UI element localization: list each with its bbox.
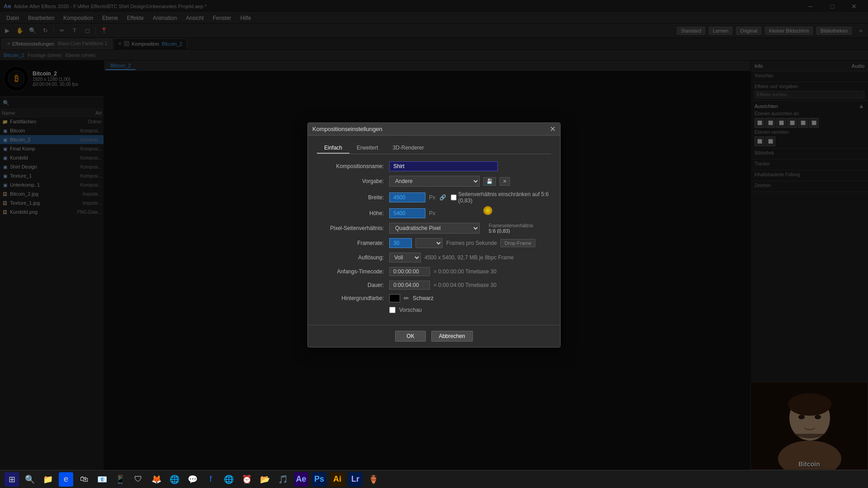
taskbar-shield[interactable]: 🛡 bbox=[131, 472, 146, 487]
taskbar-ai[interactable]: Ai bbox=[330, 472, 344, 487]
bg-color-value: ✏ Schwarz bbox=[389, 294, 551, 302]
start-tc-row: Anfangs-Timecode: = 0:00:00:00 Timebase … bbox=[317, 267, 551, 276]
framerate-label: Framerate: bbox=[317, 240, 389, 246]
frame-ratio-label: Frameseitenverhältnis bbox=[489, 223, 533, 228]
lock-ratio-checkbox[interactable] bbox=[451, 194, 457, 201]
preview-checkbox[interactable] bbox=[389, 307, 396, 313]
taskbar-audio[interactable]: 🎵 bbox=[276, 472, 290, 487]
width-value: Px 🔗 Seitenverhältnis einschränken auf 5… bbox=[389, 191, 551, 204]
preview-checkbox-value: Vorschau bbox=[389, 307, 551, 313]
taskbar: ⊞ 🔍 📁 e 🛍 📧 📱 🛡 🦊 🌐 💬 f 🌐 ⏰ 📂 🎵 Ae Ps Ai… bbox=[0, 470, 868, 488]
pixel-ratio-select[interactable]: Quadratische Pixel bbox=[389, 223, 480, 234]
modal-tab-einfach[interactable]: Einfach bbox=[317, 143, 349, 154]
bg-color-label: Hintergrundfarbe: bbox=[317, 295, 389, 301]
resolution-label: Auflösung: bbox=[317, 254, 389, 261]
frame-ratio-value: 5:6 (0,83) bbox=[489, 228, 533, 234]
modal-overlay: Kompositionseinstellungen ✕ Einfach Erwe… bbox=[0, 0, 868, 470]
pixel-ratio-value: Quadratische Pixel Frameseitenverhältnis… bbox=[389, 223, 551, 234]
start-tc-value: = 0:00:00:00 Timebase 30 bbox=[389, 267, 551, 276]
fps-select[interactable] bbox=[415, 238, 443, 248]
taskbar-files[interactable]: 📁 bbox=[41, 472, 55, 487]
start-tc-label: Anfangs-Timecode: bbox=[317, 268, 389, 275]
preset-save-btn[interactable]: 💾 bbox=[483, 177, 496, 186]
framerate-input[interactable] bbox=[389, 238, 412, 248]
duration-eq: = 0:00:04:00 Timebase 30 bbox=[434, 282, 496, 288]
taskbar-wine[interactable]: 🏺 bbox=[366, 472, 381, 487]
height-input[interactable] bbox=[389, 208, 425, 218]
taskbar-ps[interactable]: Ps bbox=[312, 472, 326, 487]
pixel-ratio-row: Pixel-Seitenverhältnis: Quadratische Pix… bbox=[317, 223, 551, 234]
modal-tab-erweitert[interactable]: Erweitert bbox=[349, 143, 385, 154]
start-tc-input[interactable] bbox=[389, 267, 430, 276]
pixel-ratio-label: Pixel-Seitenverhältnis: bbox=[317, 225, 389, 231]
bg-color-name: Schwarz bbox=[413, 295, 434, 301]
duration-value: = 0:00:04:00 Timebase 30 bbox=[389, 281, 551, 290]
width-label: Breite: bbox=[317, 194, 389, 201]
fps-label: Frames pro Sekunde bbox=[446, 240, 497, 246]
taskbar-clock[interactable]: ⏰ bbox=[240, 472, 254, 487]
taskbar-messenger[interactable]: 💬 bbox=[185, 472, 200, 487]
lock-ratio-label: Seitenverhältnis einschränken auf 5:6 (0… bbox=[451, 191, 551, 204]
taskbar-facebook[interactable]: f bbox=[203, 472, 218, 487]
comp-name-row: Kompositionsname: bbox=[317, 161, 551, 171]
framerate-row: Framerate: Frames pro Sekunde Drop-Frame bbox=[317, 238, 551, 248]
taskbar-store[interactable]: 🛍 bbox=[77, 472, 91, 487]
taskbar-folder2[interactable]: 📂 bbox=[258, 472, 272, 487]
width-row: Breite: Px 🔗 Seitenverhältnis einschränk… bbox=[317, 191, 551, 204]
duration-label: Dauer: bbox=[317, 282, 389, 288]
eyedropper-icon[interactable]: ✏ bbox=[404, 295, 409, 302]
taskbar-whatsapp[interactable]: 📱 bbox=[113, 472, 127, 487]
modal-tab-3d[interactable]: 3D-Renderer bbox=[385, 143, 431, 154]
resolution-value: Voll 4500 x 5400, 92,7 MB je 8bpc Frame bbox=[389, 253, 551, 263]
height-value: Px bbox=[389, 208, 551, 218]
cursor-dot bbox=[483, 206, 492, 215]
frame-ratio-group: Frameseitenverhältnis 5:6 (0,83) bbox=[489, 223, 533, 234]
modal-body: Einfach Erweitert 3D-Renderer Kompositio… bbox=[308, 136, 560, 325]
ratio-lock-icon: 🔗 bbox=[439, 193, 447, 202]
framerate-value: Frames pro Sekunde Drop-Frame bbox=[389, 238, 551, 248]
modal-title: Kompositionseinstellungen bbox=[312, 126, 382, 132]
preset-delete-btn[interactable]: ✕ bbox=[500, 177, 510, 186]
preset-select[interactable]: Andere bbox=[389, 176, 480, 187]
comp-name-value bbox=[389, 161, 551, 171]
modal-header: Kompositionseinstellungen ✕ bbox=[308, 123, 560, 136]
height-unit: Px bbox=[429, 210, 435, 216]
duration-input[interactable] bbox=[389, 281, 430, 290]
duration-row: Dauer: = 0:00:04:00 Timebase 30 bbox=[317, 281, 551, 290]
resolution-select[interactable]: Voll bbox=[389, 253, 421, 263]
taskbar-lr[interactable]: Lr bbox=[348, 472, 363, 487]
resolution-row: Auflösung: Voll 4500 x 5400, 92,7 MB je … bbox=[317, 253, 551, 263]
taskbar-globe[interactable]: 🌐 bbox=[167, 472, 182, 487]
cancel-button[interactable]: Abbrechen bbox=[431, 331, 473, 342]
drop-frame-btn[interactable]: Drop-Frame bbox=[500, 239, 535, 247]
taskbar-start[interactable]: ⊞ bbox=[5, 472, 19, 487]
width-input[interactable] bbox=[389, 192, 425, 202]
width-unit: Px bbox=[429, 194, 435, 201]
bg-color-row: Hintergrundfarbe: ✏ Schwarz bbox=[317, 294, 551, 302]
height-row: Höhe: Px bbox=[317, 208, 551, 218]
preset-value: Andere 💾 ✕ bbox=[389, 176, 551, 187]
lock-ratio-text: Seitenverhältnis einschränken auf 5:6 (0… bbox=[458, 191, 551, 204]
taskbar-firefox[interactable]: 🦊 bbox=[149, 472, 164, 487]
comp-name-label-field: Kompositionsname: bbox=[317, 163, 389, 169]
ok-button[interactable]: OK bbox=[395, 331, 425, 342]
preset-row: Vorgabe: Andere 💾 ✕ bbox=[317, 176, 551, 187]
taskbar-web2[interactable]: 🌐 bbox=[222, 472, 236, 487]
height-label: Höhe: bbox=[317, 210, 389, 216]
preset-label: Vorgabe: bbox=[317, 178, 389, 184]
composition-settings-modal: Kompositionseinstellungen ✕ Einfach Erwe… bbox=[307, 122, 561, 347]
bg-color-swatch[interactable] bbox=[389, 294, 400, 302]
modal-close-button[interactable]: ✕ bbox=[550, 125, 556, 133]
taskbar-mail[interactable]: 📧 bbox=[95, 472, 109, 487]
preview-checkbox-label: Vorschau bbox=[399, 307, 422, 313]
taskbar-search[interactable]: 🔍 bbox=[23, 472, 37, 487]
start-tc-eq: = 0:00:00:00 Timebase 30 bbox=[434, 268, 496, 275]
modal-tabs: Einfach Erweitert 3D-Renderer bbox=[317, 143, 551, 154]
comp-name-input[interactable] bbox=[389, 161, 498, 171]
modal-footer: OK Abbrechen bbox=[308, 325, 560, 347]
taskbar-ae[interactable]: Ae bbox=[294, 472, 308, 487]
preview-row: Vorschau bbox=[317, 307, 551, 313]
taskbar-edge[interactable]: e bbox=[59, 472, 73, 487]
resolution-detail: 4500 x 5400, 92,7 MB je 8bpc Frame bbox=[425, 254, 514, 261]
